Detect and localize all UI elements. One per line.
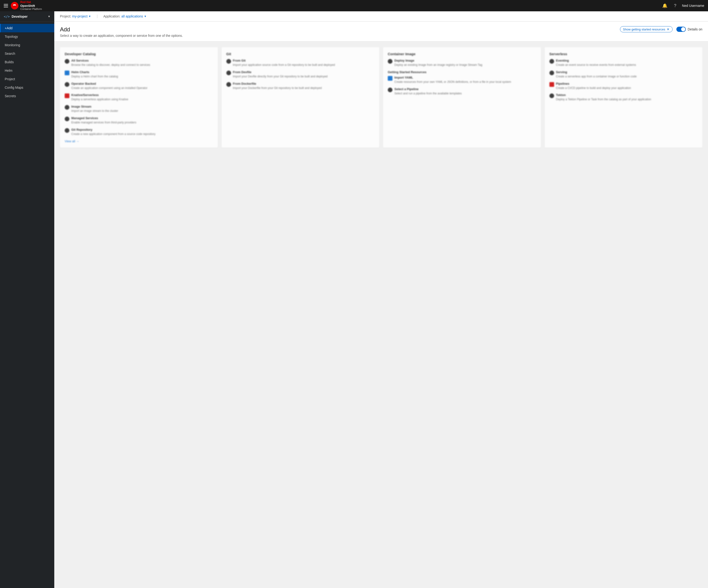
card-item-serving[interactable]: Serving Create a serverless app from a c… bbox=[550, 70, 698, 79]
tekton-icon bbox=[550, 93, 554, 98]
sidebar-item-configmaps[interactable]: Config Maps bbox=[0, 83, 54, 92]
main-content: Project: my-project ▼ | Application: all… bbox=[54, 11, 708, 588]
nav-left: Red Hat OpenShift Container Platform bbox=[4, 0, 42, 10]
sidebar-item-search-label: Search bbox=[5, 52, 15, 55]
application-label: Application: bbox=[104, 14, 120, 18]
card-item-image-stream[interactable]: Image Stream Import an image stream to t… bbox=[65, 105, 213, 113]
serverless-card: Serverless Eventing Create an event sour… bbox=[545, 47, 703, 148]
image-stream-icon bbox=[65, 105, 69, 110]
add-page: Add Select a way to create an applicatio… bbox=[54, 22, 708, 588]
details-toggle-label: Details on bbox=[688, 27, 702, 31]
top-navigation: Red Hat OpenShift Container Platform 🔔 ?… bbox=[0, 0, 708, 11]
deploy-image-icon bbox=[388, 59, 392, 64]
card-item-eventing[interactable]: Eventing Create an event source to recei… bbox=[550, 59, 698, 67]
menu-toggle[interactable] bbox=[4, 4, 8, 7]
card-item-import-yaml[interactable]: Import YAML Create resources from your o… bbox=[388, 76, 536, 84]
sidebar: </> Developer ▼ +Add Topology Monitoring… bbox=[0, 11, 54, 588]
card-title-serverless: Serverless bbox=[550, 52, 698, 56]
developer-icon: </> bbox=[4, 14, 10, 19]
toggle-knob bbox=[681, 27, 685, 31]
card-item-operator-backed[interactable]: Operator Backed Create an application co… bbox=[65, 82, 213, 90]
project-bar: Project: my-project ▼ | Application: all… bbox=[54, 11, 708, 22]
add-controls: Show getting started resources ✕ Details… bbox=[620, 26, 702, 32]
brand-logo: Red Hat OpenShift Container Platform bbox=[11, 0, 42, 10]
cards-area: Developer Catalog All Services Browse th… bbox=[54, 41, 708, 153]
card-item-all-services[interactable]: All Services Browse the catalog to disco… bbox=[65, 59, 213, 67]
application-value: all applications bbox=[121, 14, 143, 18]
card-item-git-repo[interactable]: Git Repository Create a new application … bbox=[65, 128, 213, 136]
project-selector[interactable]: Project: my-project ▼ bbox=[60, 14, 91, 18]
card-item-pipelines[interactable]: Pipelines Create a CI/CD pipeline to bui… bbox=[550, 82, 698, 90]
git-repo-icon bbox=[65, 128, 69, 133]
managed-services-icon bbox=[65, 117, 69, 121]
notification-button[interactable]: 🔔 bbox=[661, 2, 668, 9]
card-item-from-dockerfile[interactable]: From Dockerfile Import your Dockerfile f… bbox=[226, 82, 375, 90]
card-item-deploy-image[interactable]: Deploy Image Deploy an existing Image fr… bbox=[388, 59, 536, 67]
sidebar-item-builds-label: Builds bbox=[5, 60, 14, 64]
from-devfile-icon bbox=[226, 70, 231, 75]
sidebar-item-topology[interactable]: Topology bbox=[0, 32, 54, 41]
sidebar-item-secrets[interactable]: Secrets bbox=[0, 92, 54, 100]
card-item-tekton[interactable]: Tekton Deploy a Tekton Pipeline or Task … bbox=[550, 93, 698, 101]
app-body: </> Developer ▼ +Add Topology Monitoring… bbox=[0, 11, 708, 588]
sidebar-item-monitoring[interactable]: Monitoring bbox=[0, 41, 54, 49]
card-title-container-image: Container Image bbox=[388, 52, 536, 56]
card-item-from-git[interactable]: From Git Import your application source … bbox=[226, 59, 375, 67]
all-services-icon bbox=[65, 59, 69, 64]
openshift-label: OpenShift bbox=[20, 4, 42, 8]
application-selector[interactable]: Application: all applications ▼ bbox=[104, 14, 147, 18]
card-item-from-devfile[interactable]: From Devfile Import your Devfile directl… bbox=[226, 70, 375, 79]
sidebar-item-project[interactable]: Project bbox=[0, 75, 54, 83]
sidebar-item-search[interactable]: Search bbox=[0, 49, 54, 58]
project-label: Project: bbox=[60, 14, 71, 18]
project-value: my-project bbox=[72, 14, 87, 18]
close-resources-icon[interactable]: ✕ bbox=[667, 27, 670, 31]
sidebar-item-secrets-label: Secrets bbox=[5, 94, 16, 98]
user-menu[interactable]: Ned Username bbox=[682, 4, 704, 7]
sidebar-item-builds[interactable]: Builds bbox=[0, 58, 54, 66]
git-card: Git From Git Import your application sou… bbox=[222, 47, 380, 148]
card-item-managed-services[interactable]: Managed Services Enable managed services… bbox=[65, 116, 213, 125]
card-item-select-pipeline[interactable]: Select a Pipeline Select and run a pipel… bbox=[388, 87, 536, 95]
sidebar-item-project-label: Project bbox=[5, 77, 15, 81]
view-all-label: View all → bbox=[65, 140, 79, 143]
card-item-knative[interactable]: Knative/Serverless Deploy a serverless a… bbox=[65, 93, 213, 101]
sidebar-item-add[interactable]: +Add bbox=[0, 24, 54, 32]
details-toggle-switch[interactable] bbox=[676, 27, 686, 32]
platform-label: Container Platform bbox=[20, 7, 42, 10]
helm-charts-icon bbox=[65, 70, 69, 75]
page-title: Add bbox=[60, 26, 183, 33]
eventing-icon bbox=[550, 59, 554, 64]
sidebar-item-add-label: +Add bbox=[5, 26, 12, 30]
details-toggle: Details on bbox=[676, 27, 702, 32]
sidebar-item-helm-label: Helm bbox=[5, 69, 12, 72]
project-dropdown-arrow: ▼ bbox=[88, 15, 91, 18]
serving-icon bbox=[550, 70, 554, 75]
view-all-button[interactable]: View all → bbox=[65, 140, 213, 143]
pipelines-icon bbox=[550, 82, 554, 87]
show-resources-label: Show getting started resources bbox=[623, 28, 665, 31]
redhat-logo-icon bbox=[11, 2, 19, 9]
nav-right: 🔔 ? Ned Username bbox=[661, 2, 704, 9]
card-title-git: Git bbox=[226, 52, 375, 56]
sidebar-item-helm[interactable]: Helm bbox=[0, 66, 54, 75]
add-title-section: Add Select a way to create an applicatio… bbox=[60, 26, 183, 37]
show-resources-button[interactable]: Show getting started resources ✕ bbox=[620, 26, 673, 32]
card-title-developer-catalog: Developer Catalog bbox=[65, 52, 213, 56]
container-image-card: Container Image Deploy Image Deploy an e… bbox=[383, 47, 541, 148]
from-dockerfile-icon bbox=[226, 82, 231, 87]
help-button[interactable]: ? bbox=[673, 2, 677, 9]
knative-icon bbox=[65, 93, 69, 98]
import-yaml-icon bbox=[388, 76, 392, 81]
developer-catalog-card: Developer Catalog All Services Browse th… bbox=[60, 47, 218, 148]
sidebar-role-section: </> Developer bbox=[4, 14, 28, 19]
application-dropdown-arrow: ▼ bbox=[144, 15, 147, 18]
page-subtitle: Select a way to create an application, c… bbox=[60, 34, 183, 37]
sidebar-header[interactable]: </> Developer ▼ bbox=[0, 11, 54, 22]
card-item-helm-charts[interactable]: Helm Charts Deploy a Helm chart from the… bbox=[65, 70, 213, 79]
separator: | bbox=[97, 14, 98, 19]
svg-point-0 bbox=[11, 2, 19, 9]
sidebar-item-monitoring-label: Monitoring bbox=[5, 43, 20, 47]
operator-backed-icon bbox=[65, 82, 69, 87]
add-header: Add Select a way to create an applicatio… bbox=[54, 22, 708, 41]
